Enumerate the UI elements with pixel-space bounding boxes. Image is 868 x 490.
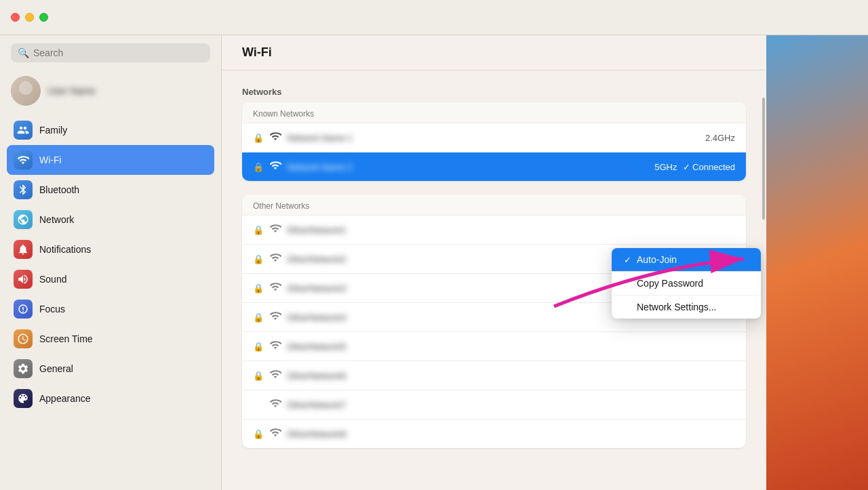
sound-icon (14, 270, 33, 289)
known-network-freq-1: 2.4GHz (705, 133, 735, 143)
lock-icon-on4: 🔒 (253, 312, 264, 323)
user-profile[interactable]: User Name (0, 70, 221, 115)
wifi-signal-icon-on4 (269, 310, 281, 325)
context-menu: ✓ Auto-Join ✓ Copy Password ✓ Network Se… (612, 248, 761, 319)
sidebar-item-appearance[interactable]: Appearance (7, 384, 214, 413)
maximize-button[interactable] (39, 13, 48, 22)
context-menu-item-autojoin[interactable]: ✓ Auto-Join (612, 248, 761, 271)
other-network-name-6: OtherNetwork6 (287, 371, 735, 381)
wifi-signal-icon-on7 (269, 397, 281, 412)
general-icon (14, 359, 33, 378)
lock-icon-on5: 🔒 (253, 342, 264, 352)
checkmark-icon: ✓ (624, 255, 631, 265)
lock-icon-on2: 🔒 (253, 254, 264, 264)
other-networks-header: Other Networks (242, 195, 746, 215)
wifi-signal-icon-on8 (269, 426, 281, 441)
sidebar-item-wifi[interactable]: Wi-Fi (7, 145, 214, 175)
sidebar-item-bluetooth[interactable]: Bluetooth (7, 175, 214, 205)
connected-badge: ✓ Connected (683, 162, 736, 172)
bluetooth-icon (14, 180, 33, 199)
wifi-signal-icon-on2 (269, 251, 281, 266)
sidebar-item-screentime[interactable]: Screen Time (7, 324, 214, 354)
screentime-icon (14, 329, 33, 348)
minimize-button[interactable] (25, 13, 34, 22)
known-network-row-2[interactable]: 🔒 Network Name 2 5GHz ✓ Connected (242, 152, 746, 181)
sidebar-item-family[interactable]: Family (7, 115, 214, 145)
scrollbar[interactable] (761, 70, 766, 490)
known-networks-group: Known Networks 🔒 Network Name 1 2.4GHz 🔒 (242, 102, 746, 181)
other-network-name-7: OtherNetwork7 (287, 400, 735, 410)
lock-icon-on1: 🔒 (253, 225, 264, 235)
sidebar: 🔍 User Name Family Wi-Fi (0, 35, 222, 490)
other-networks-group: Other Networks 🔒 OtherNetwork1 🔒 (242, 195, 746, 448)
right-background (766, 35, 868, 490)
search-icon: 🔍 (18, 47, 29, 58)
lock-icon-on8: 🔒 (253, 429, 264, 439)
other-network-row-8[interactable]: 🔒 OtherNetwork8 (242, 419, 746, 448)
context-menu-item-networksettings[interactable]: ✓ Network Settings... (612, 295, 761, 319)
context-menu-label-copypassword: Copy Password (637, 278, 703, 289)
sidebar-item-label-notifications: Notifications (39, 244, 91, 255)
sidebar-item-focus[interactable]: Focus (7, 294, 214, 324)
other-network-row-1[interactable]: 🔒 OtherNetwork1 (242, 215, 746, 244)
sidebar-item-label-network: Network (39, 214, 74, 225)
sidebar-item-label-screentime: Screen Time (39, 333, 93, 344)
sidebar-section: Family Wi-Fi Bluetooth Network (0, 115, 221, 413)
notifications-icon (14, 240, 33, 259)
wifi-signal-icon-on3 (269, 281, 281, 295)
known-networks-header: Known Networks (242, 102, 746, 123)
sidebar-item-sound[interactable]: Sound (7, 264, 214, 294)
other-network-row-6[interactable]: 🔒 OtherNetwork6 (242, 361, 746, 390)
sidebar-item-network[interactable]: Network (7, 205, 214, 234)
lock-icon-2: 🔒 (253, 162, 264, 172)
sidebar-item-notifications[interactable]: Notifications (7, 234, 214, 264)
other-network-name-8: OtherNetwork8 (287, 429, 735, 439)
sidebar-item-label-bluetooth: Bluetooth (39, 184, 79, 195)
networks-section-title: Networks (242, 87, 746, 97)
other-network-name-5: OtherNetwork5 (287, 342, 735, 352)
sidebar-item-label-appearance: Appearance (39, 393, 91, 404)
context-menu-label-networksettings: Network Settings... (637, 302, 717, 312)
user-name: User Name (47, 85, 96, 96)
other-network-name-1: OtherNetwork1 (287, 225, 735, 235)
known-network-name-1: Network Name 1 (287, 133, 700, 143)
wifi-icon (14, 150, 33, 169)
sidebar-item-label-sound: Sound (39, 274, 66, 285)
content-header: Wi-Fi (222, 35, 766, 70)
sidebar-item-label-family: Family (39, 125, 67, 136)
known-network-freq-2: 5GHz (654, 162, 677, 172)
wifi-signal-icon-on1 (269, 222, 281, 237)
lock-icon-on3: 🔒 (253, 283, 264, 293)
content-wrapper: Wi-Fi Networks Known Networks 🔒 Network … (222, 35, 868, 490)
known-network-row-1[interactable]: 🔒 Network Name 1 2.4GHz (242, 123, 746, 152)
content-inner: Wi-Fi Networks Known Networks 🔒 Network … (222, 35, 766, 490)
sidebar-item-label-wifi: Wi-Fi (39, 155, 62, 165)
other-network-row-7[interactable]: 🔒 OtherNetwork7 (242, 390, 746, 419)
context-menu-label-autojoin: Auto-Join (637, 254, 677, 265)
wifi-signal-icon-on6 (269, 368, 281, 383)
wifi-signal-icon (269, 130, 281, 145)
sidebar-item-label-general: General (39, 363, 73, 374)
known-network-name-2: Network Name 2 (287, 162, 649, 172)
sidebar-item-general[interactable]: General (7, 354, 214, 384)
wifi-signal-icon-2 (269, 159, 281, 174)
content-body: Networks Known Networks 🔒 Network Name 1… (222, 70, 766, 490)
close-button[interactable] (11, 13, 20, 22)
scrollbar-thumb[interactable] (762, 98, 765, 220)
search-bar[interactable]: 🔍 (11, 43, 210, 62)
avatar (11, 76, 41, 106)
wifi-signal-icon-on5 (269, 339, 281, 354)
other-network-row-5[interactable]: 🔒 OtherNetwork5 (242, 331, 746, 361)
lock-icon: 🔒 (253, 133, 264, 143)
search-input[interactable] (33, 47, 203, 58)
traffic-lights (11, 13, 48, 22)
page-title: Wi-Fi (242, 45, 272, 60)
sidebar-item-label-focus: Focus (39, 304, 65, 314)
titlebar (0, 0, 868, 35)
main-layout: 🔍 User Name Family Wi-Fi (0, 35, 868, 490)
family-icon (14, 121, 33, 140)
network-icon (14, 210, 33, 229)
focus-icon (14, 300, 33, 319)
appearance-icon (14, 389, 33, 408)
context-menu-item-copypassword[interactable]: ✓ Copy Password (612, 271, 761, 295)
